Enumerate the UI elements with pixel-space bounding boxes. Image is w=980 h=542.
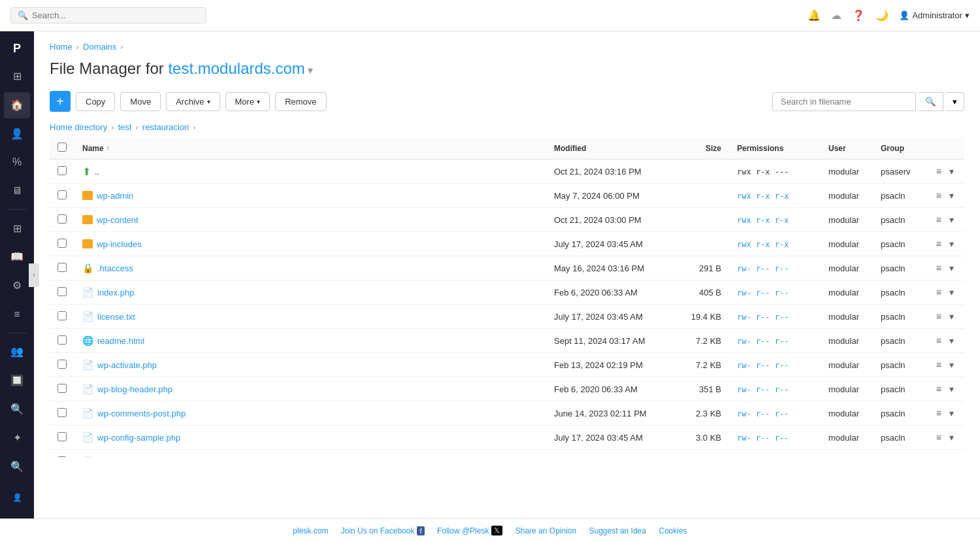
row-checkbox[interactable] xyxy=(57,287,67,296)
row-menu-button[interactable]: ≡ xyxy=(934,334,944,347)
file-name-link[interactable]: 📄wp-comments-post.php xyxy=(82,408,538,418)
row-dropdown-button[interactable]: ▾ xyxy=(947,286,956,299)
sidebar-item-menu[interactable]: ≡ xyxy=(4,301,30,328)
path-test[interactable]: test xyxy=(118,122,131,132)
sidebar-item-features[interactable]: ✦ xyxy=(4,424,30,450)
file-name-link[interactable]: 📄license.txt xyxy=(82,311,538,322)
row-dropdown-button[interactable]: ▾ xyxy=(947,382,956,396)
file-name-link[interactable]: wp-includes xyxy=(82,239,538,249)
remove-button[interactable]: Remove xyxy=(275,92,326,111)
sidebar-item-logs[interactable]: 📖 xyxy=(4,244,30,270)
permissions-link[interactable]: rw- r-- r-- xyxy=(737,433,789,443)
row-checkbox[interactable] xyxy=(57,166,67,175)
title-dropdown-icon[interactable]: ▾ xyxy=(308,65,313,76)
file-name-link[interactable]: 📄index.php xyxy=(82,287,538,297)
row-checkbox[interactable] xyxy=(57,335,67,345)
row-dropdown-button[interactable]: ▾ xyxy=(947,310,956,323)
help-icon[interactable]: ❓ xyxy=(852,9,865,22)
row-checkbox[interactable] xyxy=(57,384,67,393)
permissions-link[interactable]: rw- r-- r-- xyxy=(737,288,789,297)
global-search-box[interactable]: 🔍 xyxy=(10,7,206,24)
footer-plesk-link[interactable]: plesk.com xyxy=(293,526,328,535)
row-menu-button[interactable]: ≡ xyxy=(934,213,944,226)
row-menu-button[interactable]: ≡ xyxy=(934,189,944,202)
sidebar-item-settings[interactable]: ⚙ xyxy=(4,273,30,299)
permissions-link[interactable]: rw- r-- r-- xyxy=(737,312,789,322)
sidebar-item-dashboard[interactable]: ⊞ xyxy=(4,63,30,90)
row-dropdown-button[interactable]: ▾ xyxy=(947,334,956,347)
copy-button[interactable]: Copy xyxy=(76,92,115,111)
file-name-link[interactable]: wp-content xyxy=(82,215,538,225)
filename-filter-button[interactable]: ▾ xyxy=(946,92,964,111)
row-dropdown-button[interactable]: ▾ xyxy=(947,213,956,226)
row-checkbox[interactable] xyxy=(57,239,67,248)
permissions-link[interactable]: rwx r-x r-x xyxy=(737,239,789,249)
row-checkbox[interactable] xyxy=(57,190,67,199)
file-name-link[interactable]: 📄wp-config.php xyxy=(82,456,538,457)
footer-cookies-link[interactable]: Cookies xyxy=(659,526,687,535)
add-button[interactable]: + xyxy=(50,91,71,112)
bell-icon[interactable]: 🔔 xyxy=(808,9,821,22)
row-checkbox[interactable] xyxy=(57,432,67,441)
breadcrumb-domains[interactable]: Domains xyxy=(83,42,116,52)
breadcrumb-home[interactable]: Home xyxy=(50,42,73,52)
permissions-link[interactable]: rw- r-- r-- xyxy=(737,263,789,273)
file-name-link[interactable]: 📄wp-config-sample.php xyxy=(82,432,538,443)
domain-link[interactable]: test.modulards.com xyxy=(168,59,304,77)
filename-search-input[interactable] xyxy=(772,92,916,111)
row-menu-button[interactable]: ≡ xyxy=(934,165,944,178)
path-restauracion[interactable]: restauracion xyxy=(142,122,189,132)
permissions-link[interactable]: rw- r-- r-- xyxy=(737,384,789,394)
sidebar-item-search[interactable]: 🔍 xyxy=(4,396,30,422)
permissions-link[interactable]: rw- r-- r-- xyxy=(737,457,789,458)
select-all-checkbox[interactable] xyxy=(57,143,67,152)
permissions-link[interactable]: rwx r-x r-x xyxy=(737,191,789,201)
footer-idea-link[interactable]: Suggest an Idea xyxy=(589,526,646,535)
permissions-link[interactable]: rw- r-- r-- xyxy=(737,360,789,370)
row-menu-button[interactable]: ≡ xyxy=(934,358,944,371)
file-name-link[interactable]: 📄wp-blog-header.php xyxy=(82,384,538,394)
row-dropdown-button[interactable]: ▾ xyxy=(947,455,956,457)
row-checkbox[interactable] xyxy=(57,311,67,320)
name-sort-button[interactable]: Name ↑ xyxy=(82,144,538,153)
sidebar-item-stats[interactable]: % xyxy=(4,150,30,176)
sidebar-item-home[interactable]: 🏠 xyxy=(4,92,30,118)
row-checkbox[interactable] xyxy=(57,456,67,458)
file-name-link[interactable]: wp-admin xyxy=(82,191,538,201)
sidebar-item-users[interactable]: 👤 xyxy=(4,121,30,147)
theme-icon[interactable]: 🌙 xyxy=(875,9,889,22)
sidebar-item-user-bottom[interactable]: 👤 xyxy=(4,484,30,511)
permissions-link[interactable]: rwx r-x r-x xyxy=(737,215,789,225)
sidebar-item-apps[interactable]: ⊞ xyxy=(4,215,30,241)
path-home-dir[interactable]: Home directory xyxy=(50,122,107,132)
row-dropdown-button[interactable]: ▾ xyxy=(947,431,956,444)
archive-button[interactable]: Archive ▾ xyxy=(166,92,220,111)
col-header-name[interactable]: Name ↑ xyxy=(74,137,546,160)
row-checkbox[interactable] xyxy=(57,408,67,417)
row-checkbox[interactable] xyxy=(57,263,67,272)
more-button[interactable]: More ▾ xyxy=(225,92,270,111)
footer-share-link[interactable]: Share an Opinion xyxy=(515,526,576,535)
file-name-link[interactable]: 🌐readme.html xyxy=(82,335,538,346)
row-menu-button[interactable]: ≡ xyxy=(934,286,944,299)
row-menu-button[interactable]: ≡ xyxy=(934,455,944,457)
row-menu-button[interactable]: ≡ xyxy=(934,310,944,323)
row-dropdown-button[interactable]: ▾ xyxy=(947,358,956,371)
row-dropdown-button[interactable]: ▾ xyxy=(947,237,956,250)
file-name-link[interactable]: 📄wp-activate.php xyxy=(82,360,538,370)
row-menu-button[interactable]: ≡ xyxy=(934,237,944,250)
row-dropdown-button[interactable]: ▾ xyxy=(947,407,956,420)
admin-menu[interactable]: 👤 Administrator ▾ xyxy=(899,10,970,20)
row-menu-button[interactable]: ≡ xyxy=(934,431,944,444)
row-dropdown-button[interactable]: ▾ xyxy=(947,262,956,275)
global-search-input[interactable] xyxy=(32,10,199,20)
permissions-link[interactable]: rw- r-- r-- xyxy=(737,409,789,418)
row-checkbox[interactable] xyxy=(57,360,67,369)
footer-facebook-link[interactable]: Join Us on Facebook f xyxy=(341,526,425,535)
footer-twitter-link[interactable]: Follow @Plesk 𝕏 xyxy=(437,526,503,535)
row-dropdown-button[interactable]: ▾ xyxy=(947,189,956,202)
sidebar-collapse-button[interactable]: ‹ xyxy=(29,263,39,287)
row-dropdown-button[interactable]: ▾ xyxy=(947,165,956,178)
sidebar-item-find[interactable]: 🔍 xyxy=(4,453,30,479)
sidebar-item-contacts[interactable]: 👥 xyxy=(4,339,30,365)
